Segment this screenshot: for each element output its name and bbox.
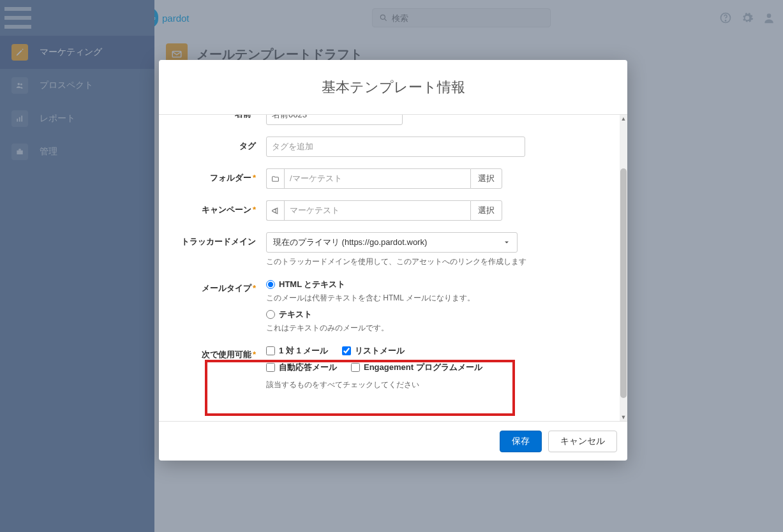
save-button[interactable]: 保存 xyxy=(500,431,542,452)
chevron-down-icon xyxy=(503,239,511,246)
radio-html-input[interactable] xyxy=(266,280,275,289)
mailtype-html-help: このメールは代替テキストを含む HTML メールになります。 xyxy=(266,293,609,304)
megaphone-icon xyxy=(266,200,284,221)
modal-title: 基本テンプレート情報 xyxy=(159,60,627,115)
mailtype-label: メールタイプ* xyxy=(165,279,266,294)
scrollbar[interactable]: ▲ ▼ xyxy=(620,115,627,421)
folder-label: フォルダー* xyxy=(165,168,266,184)
cancel-button[interactable]: キャンセル xyxy=(548,431,617,452)
tag-input[interactable]: タグを追加 xyxy=(266,137,525,157)
check-engagement-input[interactable] xyxy=(351,363,360,372)
modal-footer: 保存 キャンセル xyxy=(159,421,627,461)
scrollbar-thumb[interactable] xyxy=(620,168,627,398)
check-list-mail[interactable]: リストメール xyxy=(342,345,405,357)
check-engagement[interactable]: Engagement プログラムメール xyxy=(351,362,482,373)
check-auto-reply-input[interactable] xyxy=(266,363,275,372)
tracker-value: 現在のプライマリ (https://go.pardot.work) xyxy=(273,237,427,248)
available-help: 該当するものをすべてチェックしてください xyxy=(266,380,609,390)
radio-html-text[interactable]: HTML とテキスト xyxy=(266,279,609,290)
folder-input[interactable]: /マーケテスト xyxy=(284,168,470,189)
name-label: 名前* xyxy=(165,115,266,120)
check-one-to-one[interactable]: 1 対 1 メール xyxy=(266,345,328,357)
available-label: 次で使用可能* xyxy=(165,345,266,360)
scroll-up-arrow[interactable]: ▲ xyxy=(620,115,627,122)
campaign-input-group: マーケテスト 選択 xyxy=(266,200,502,221)
radio-text-label: テキスト xyxy=(279,309,312,320)
campaign-input[interactable]: マーケテスト xyxy=(284,200,470,221)
scroll-down-arrow[interactable]: ▼ xyxy=(620,413,627,421)
mailtype-text-help: これはテキストのみのメールです。 xyxy=(266,323,609,334)
radio-html-label: HTML とテキスト xyxy=(279,279,345,290)
folder-select-button[interactable]: 選択 xyxy=(470,168,502,189)
name-input[interactable] xyxy=(266,115,403,125)
check-auto-reply[interactable]: 自動応答メール xyxy=(266,362,337,373)
tracker-select[interactable]: 現在のプライマリ (https://go.pardot.work) xyxy=(266,232,518,253)
campaign-label: キャンペーン* xyxy=(165,200,266,216)
folder-icon xyxy=(266,168,284,189)
check-one-to-one-input[interactable] xyxy=(266,346,275,355)
check-list-mail-input[interactable] xyxy=(342,346,351,355)
radio-text-only[interactable]: テキスト xyxy=(266,309,609,320)
folder-input-group: /マーケテスト 選択 xyxy=(266,168,502,189)
radio-text-input[interactable] xyxy=(266,310,275,319)
tag-label: タグ xyxy=(165,137,266,152)
campaign-select-button[interactable]: 選択 xyxy=(470,200,502,221)
tracker-label: トラッカードメイン xyxy=(165,232,266,248)
tracker-help: このトラッカードメインを使用して、このアセットへのリンクを作成します xyxy=(266,256,609,267)
modal-body: 名前* タグ タグを追加 フォルダー* /マーケテスト xyxy=(159,115,627,421)
template-info-modal: 基本テンプレート情報 名前* タグ タグを追加 フォルダー* xyxy=(159,60,627,461)
